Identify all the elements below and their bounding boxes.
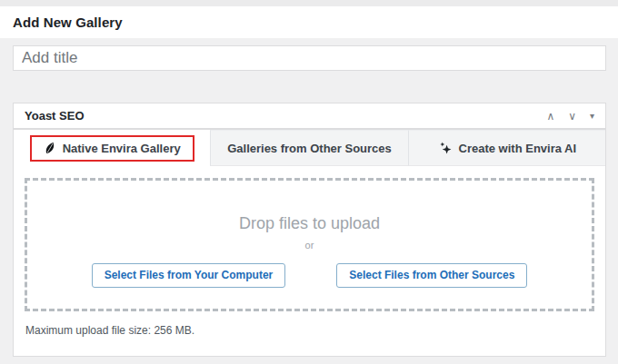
yoast-seo-metabox-title: Yoast SEO [25, 109, 85, 123]
yoast-metabox-controls: ∧ ∨ ▾ [546, 111, 594, 122]
or-text: or [305, 240, 314, 251]
drag-drop-upload-zone[interactable]: Drop files to upload or Select Files fro… [25, 178, 594, 311]
drop-files-text: Drop files to upload [239, 214, 380, 233]
native-gallery-panel: Drop files to upload or Select Files fro… [14, 166, 605, 356]
page-header: Add New Gallery [0, 6, 618, 38]
move-down-icon[interactable]: ∨ [568, 111, 576, 122]
envira-gallery-metabox: Native Envira Gallery Galleries from Oth… [13, 129, 606, 357]
envira-leaf-icon [44, 142, 56, 154]
add-new-gallery-page: Add New Gallery Yoast SEO ∧ ∨ ▾ Native [0, 0, 618, 364]
yoast-seo-metabox: Yoast SEO ∧ ∨ ▾ [13, 103, 606, 129]
toggle-panel-icon[interactable]: ▾ [590, 112, 594, 121]
tab-label: Galleries from Other Sources [227, 142, 392, 155]
tab-label: Create with Envira AI [459, 142, 577, 155]
gallery-type-tabs: Native Envira Gallery Galleries from Oth… [14, 130, 605, 166]
tab-galleries-from-other-sources[interactable]: Galleries from Other Sources [210, 130, 407, 166]
tab-label: Native Envira Gallery [63, 142, 181, 155]
upload-buttons-row: Select Files from Your Computer Select F… [92, 263, 528, 288]
top-strip [0, 0, 618, 6]
gallery-title-input[interactable] [13, 45, 606, 71]
max-upload-size-note: Maximum upload file size: 256 MB. [25, 324, 194, 337]
select-files-other-sources-button[interactable]: Select Files from Other Sources [336, 263, 527, 288]
tab-create-with-envira-ai[interactable]: Create with Envira AI [408, 130, 605, 166]
ai-sparkles-icon [438, 141, 453, 155]
move-up-icon[interactable]: ∧ [546, 111, 554, 122]
select-files-computer-button[interactable]: Select Files from Your Computer [92, 263, 286, 288]
red-highlight-annotation: Native Envira Gallery [30, 135, 194, 162]
page-title: Add New Gallery [13, 15, 123, 30]
tab-native-envira-gallery[interactable]: Native Envira Gallery [14, 130, 210, 166]
